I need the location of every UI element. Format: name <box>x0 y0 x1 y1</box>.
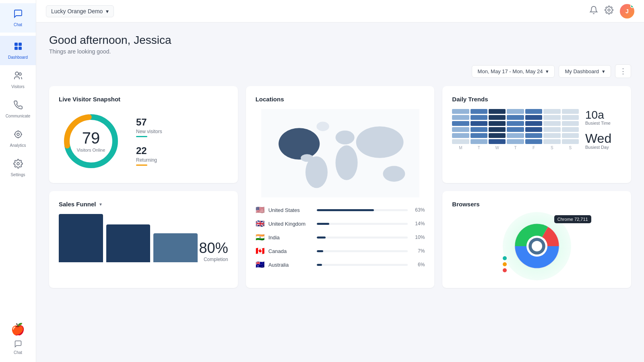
dashboard-chevron-icon: ▾ <box>602 68 605 74</box>
sidebar-item-visitors[interactable]: Visitors <box>0 65 36 95</box>
browsers-content: Chrome 72,711 <box>452 214 621 278</box>
country-row-ca: 🇨🇦 Canada 7% <box>256 247 425 255</box>
greeting-subtitle: Things are looking good. <box>49 48 631 55</box>
greeting-section: Good afternoon, Jessica Things are looki… <box>49 34 631 55</box>
site-name: Lucky Orange Demo <box>51 8 103 14</box>
heatmap-cell <box>471 139 487 144</box>
sidebar-label-chat: Chat <box>14 23 22 27</box>
dashboard-selector[interactable]: My Dashboard ▾ <box>559 65 611 78</box>
us-bar-bg <box>317 209 408 211</box>
country-row-au: 🇦🇺 Australia 6% <box>256 260 425 269</box>
heatmap-cell <box>471 121 487 126</box>
notification-bell-icon[interactable] <box>589 6 598 16</box>
sales-funnel-card: Sales Funnel ▾ 80% Completion <box>49 191 238 288</box>
in-bar-bg <box>317 237 408 239</box>
busiest-time-value: 10a <box>585 109 621 121</box>
country-row-in: 🇮🇳 India 10% <box>256 233 425 242</box>
sidebar-label-dashboard: Dashboard <box>8 55 28 60</box>
svg-point-29 <box>532 241 542 251</box>
heatmap-cell <box>543 127 560 132</box>
country-row-uk: 🇬🇧 United Kingdom 14% <box>256 219 425 228</box>
funnel-title-row: Sales Funnel ▾ <box>59 201 228 208</box>
new-bar <box>136 136 147 137</box>
day-mon: M <box>452 146 469 150</box>
communicate-icon <box>13 100 23 112</box>
visitor-stats: 57 New visitors 22 Returning <box>136 117 162 166</box>
page-content: Good afternoon, Jessica Things are looki… <box>36 23 644 362</box>
browsers-card: Browsers <box>442 191 631 288</box>
heatmap-cell <box>489 127 506 132</box>
svg-point-12 <box>17 162 19 165</box>
heatmap-cell <box>543 115 560 120</box>
au-bar-fill <box>317 264 322 266</box>
funnel-bar-2 <box>106 224 151 262</box>
map-svg <box>256 109 425 197</box>
settings-gear-icon[interactable] <box>605 6 613 16</box>
svg-rect-0 <box>14 43 18 46</box>
svg-point-20 <box>305 156 328 188</box>
funnel-stats: 80% Completion <box>199 240 228 262</box>
svg-point-7 <box>15 131 21 138</box>
settings-icon <box>13 159 23 171</box>
sidebar-item-chat[interactable]: Chat <box>0 3 36 33</box>
heatmap-cell <box>452 115 469 120</box>
heatmap-cell <box>489 139 506 144</box>
visitor-count: 79 <box>77 130 105 146</box>
more-options-button[interactable]: ⋮ <box>615 64 631 78</box>
heatmap-cell <box>562 109 579 114</box>
heatmap-cell <box>507 133 524 138</box>
heatmap-cell <box>452 121 469 126</box>
user-avatar[interactable]: J <box>620 4 634 19</box>
chat-bottom-icon <box>14 340 22 349</box>
main-content: Lucky Orange Demo ▾ J <box>36 0 644 362</box>
funnel-title: Sales Funnel <box>59 201 96 208</box>
sidebar: Chat Dashboard Visito <box>0 0 36 362</box>
sidebar-item-communicate[interactable]: Communicate <box>0 95 36 124</box>
date-range-picker[interactable]: Mon, May 17 - Mon, May 24 ▾ <box>472 65 555 78</box>
sidebar-bottom-chat[interactable]: Chat <box>0 337 36 359</box>
site-selector[interactable]: Lucky Orange Demo ▾ <box>46 5 114 17</box>
locations-card: Locations <box>246 86 435 288</box>
us-bar-fill <box>317 209 374 211</box>
returning-bar <box>136 165 147 166</box>
funnel-bar-1 <box>59 214 103 262</box>
heatmap-cell <box>507 115 524 120</box>
heatmap-cell <box>562 121 579 126</box>
us-flag: 🇺🇸 <box>256 206 264 214</box>
sidebar-item-analytics[interactable]: Analytics <box>0 124 36 153</box>
sidebar-label-analytics: Analytics <box>10 143 26 148</box>
heatmap-cell <box>471 115 487 120</box>
heatmap-cell <box>452 109 469 114</box>
heatmap-cell <box>525 133 542 138</box>
greeting-title: Good afternoon, Jessica <box>49 34 631 47</box>
heatmap-cell <box>507 139 524 144</box>
svg-point-21 <box>335 130 354 144</box>
sidebar-item-settings[interactable]: Settings <box>0 153 36 183</box>
heatmap-days: M T W T F S S <box>452 146 579 150</box>
heatmap-cell <box>543 133 560 138</box>
dashboard-icon <box>13 41 23 53</box>
heatmap-cell <box>452 127 469 132</box>
dashboard-name: My Dashboard <box>565 68 599 74</box>
in-pct: 10% <box>412 234 425 240</box>
svg-point-23 <box>356 126 403 158</box>
chrome-label: Chrome <box>557 217 573 222</box>
busiest-day-label: Busiest Day <box>585 145 621 150</box>
heatmap-cell <box>507 109 524 114</box>
heatmap-grid <box>452 109 579 144</box>
busiest-day-stat: Wed Busiest Day <box>585 132 621 150</box>
daily-trends-card: Daily Trends M T W T F S S <box>442 86 631 183</box>
heatmap-cell <box>525 109 542 114</box>
sidebar-item-dashboard[interactable]: Dashboard <box>0 36 36 65</box>
funnel-dropdown-icon[interactable]: ▾ <box>99 202 102 207</box>
heatmap-cell <box>525 115 542 120</box>
sidebar-label-settings: Settings <box>10 173 25 177</box>
heatmap-cell <box>507 121 524 126</box>
funnel-content: 80% Completion <box>59 214 228 262</box>
heatmap-cell <box>489 133 506 138</box>
au-flag: 🇦🇺 <box>256 260 264 269</box>
svg-point-13 <box>608 9 610 11</box>
svg-rect-3 <box>19 47 22 50</box>
chat-icon <box>13 9 23 21</box>
funnel-pct-label: Completion <box>199 257 228 262</box>
